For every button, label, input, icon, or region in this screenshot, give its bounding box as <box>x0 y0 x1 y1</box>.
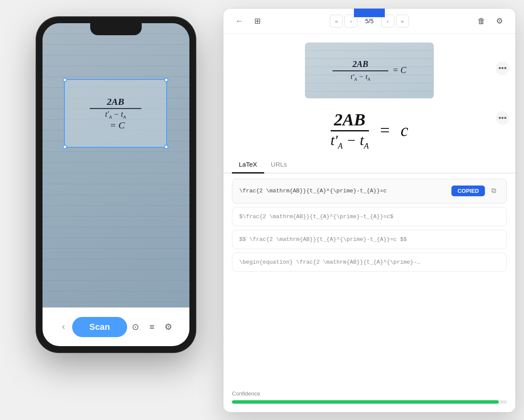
phone-formula-numerator: 2AB <box>90 96 141 107</box>
phone-formula-denominator: t′A − tA <box>90 110 141 120</box>
scanned-fraction-line <box>332 70 388 71</box>
phone-camera-button[interactable]: ⊙ <box>128 319 143 335</box>
phone-settings-button[interactable]: ⚙ <box>161 319 176 335</box>
prev-page-icon: ‹ <box>350 18 352 24</box>
more-dots-icon-2: ••• <box>499 114 507 123</box>
scanned-numerator: 2AB <box>332 59 388 69</box>
result-tabs: LaTeX URLs <box>223 156 515 173</box>
delete-button[interactable]: 🗑 <box>474 14 489 28</box>
latex-row-4[interactable]: \begin{equation} \frac{2 \mathrm{AB}}{t_… <box>232 253 507 272</box>
phone-formula-equals: = C <box>110 119 125 130</box>
phone-back-button[interactable]: ‹ <box>56 319 71 335</box>
app-content: 2AB t′A − tA = C ••• 2AB t′A − tA <box>223 34 515 412</box>
phone-fraction-line <box>90 108 141 109</box>
scanned-image: 2AB t′A − tA = C <box>305 43 434 98</box>
confidence-bar-background <box>232 400 507 404</box>
last-page-icon: » <box>401 18 404 24</box>
corner-tr <box>164 78 168 82</box>
scan-button[interactable]: Scan <box>72 317 127 337</box>
rendered-fraction-line <box>331 130 369 131</box>
more-dots-icon: ••• <box>499 64 507 73</box>
external-link-icon-1[interactable]: ⧉ <box>487 185 500 197</box>
settings-icon: ⚙ <box>165 322 172 332</box>
phone-screen-inner: 2AB t′A − tA = C <box>43 23 189 307</box>
back-chevron-icon: ‹ <box>62 321 65 332</box>
tab-urls[interactable]: URLs <box>264 156 294 173</box>
latex-text-3: $$ \frac{2 \mathrm{AB}}{t_{A}^{\prime}-t… <box>239 236 500 243</box>
phone-formula: 2AB t′A − tA = C <box>90 96 141 131</box>
scanned-denominator: t′A − tA <box>332 73 388 82</box>
crop-button[interactable]: ⊞ <box>250 14 265 28</box>
corner-bl <box>63 145 67 149</box>
trash-icon: 🗑 <box>478 17 485 26</box>
app-panel: ⊞ ← ⊞ « ‹ 5/5 › » 🗑 <box>223 9 515 412</box>
latex-results-list: \frac{2 \mathrm{AB}}{t_{A}^{\prime}-t_{A… <box>223 173 515 280</box>
confidence-section: Confidence <box>223 385 515 412</box>
gear-icon: ⚙ <box>496 16 503 26</box>
app-logo-icon: ⊞ <box>366 9 373 11</box>
back-button[interactable]: ← <box>232 14 247 28</box>
scanned-equals: = C <box>393 65 406 75</box>
rendered-formula-section: 2AB t′A − tA = c ••• <box>223 103 515 155</box>
first-page-button[interactable]: « <box>330 15 343 27</box>
latex-text-4: \begin{equation} \frac{2 \mathrm{AB}}{t_… <box>239 259 500 265</box>
latex-text-2: $\frac{2 \mathrm{AB}}{t_{A}^{\prime}-t_{… <box>239 213 500 220</box>
hamburger-icon: ≡ <box>149 322 155 332</box>
latex-row-1[interactable]: \frac{2 \mathrm{AB}}{t_{A}^{\prime}-t_{A… <box>232 179 507 204</box>
phone-bottom-bar: ‹ Scan ⊙ ≡ ⚙ <box>43 307 189 346</box>
phone-body: 2AB t′A − tA = C ‹ Scan ⊙ ≡ <box>37 17 195 352</box>
rendered-denominator: t′A − tA <box>331 133 369 150</box>
rendered-variable: c <box>401 119 408 142</box>
confidence-label: Confidence <box>232 390 507 397</box>
latex-row-2[interactable]: $\frac{2 \mathrm{AB}}{t_{A}^{\prime}-t_{… <box>232 207 507 226</box>
phone-screen: 2AB t′A − tA = C ‹ Scan ⊙ ≡ <box>43 23 189 346</box>
phone-mockup: 2AB t′A − tA = C ‹ Scan ⊙ ≡ <box>13 17 219 404</box>
latex-row-3[interactable]: $$ \frac{2 \mathrm{AB}}{t_{A}^{\prime}-t… <box>232 230 507 249</box>
rendered-more-button[interactable]: ••• <box>496 111 509 125</box>
rendered-numerator: 2AB <box>331 111 369 128</box>
corner-tl <box>63 78 67 82</box>
back-arrow-icon: ← <box>235 17 243 26</box>
scan-region-box: 2AB t′A − tA = C <box>64 79 167 148</box>
phone-menu-button[interactable]: ≡ <box>144 319 160 335</box>
page-indicator: 5/5 <box>359 16 379 26</box>
corner-br <box>164 145 168 149</box>
scanned-image-section: 2AB t′A − tA = C ••• <box>223 34 515 103</box>
camera-icon: ⊙ <box>132 322 139 332</box>
crop-icon: ⊞ <box>254 16 261 26</box>
rendered-equals: = <box>379 119 390 142</box>
scanned-more-button[interactable]: ••• <box>496 61 509 75</box>
tab-latex[interactable]: LaTeX <box>232 156 264 173</box>
next-page-icon: › <box>387 18 389 24</box>
rendered-formula: 2AB t′A − tA = c <box>331 111 408 150</box>
last-page-button[interactable]: » <box>396 15 409 27</box>
phone-notch <box>90 23 142 35</box>
scanned-formula-image: 2AB t′A − tA = C <box>332 59 406 82</box>
copied-badge: COPIED <box>451 186 485 196</box>
app-tab-indicator: ⊞ <box>354 9 385 17</box>
settings-button[interactable]: ⚙ <box>492 14 507 28</box>
confidence-bar-fill <box>232 400 499 404</box>
fraction-display: 2AB t′A − tA <box>331 111 369 150</box>
first-page-icon: « <box>335 18 338 24</box>
latex-text-1: \frac{2 \mathrm{AB}}{t_{A}^{\prime}-t_{A… <box>239 188 447 194</box>
